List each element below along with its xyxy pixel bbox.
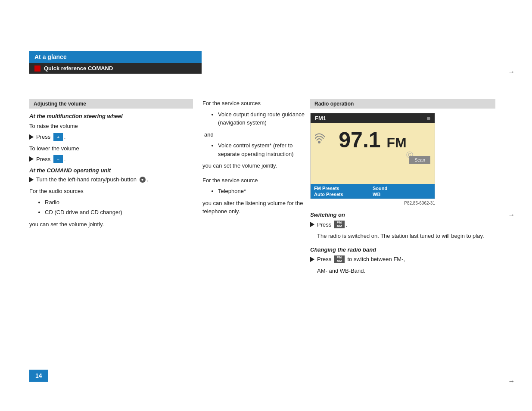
press-minus-period: . (64, 156, 66, 162)
right-column: Radio operation FM1 97.1 FM (310, 99, 495, 280)
audio-jointly-text: you can set the volume jointly. (29, 220, 193, 229)
header-section: At a glance Quick reference COMAND (29, 51, 202, 74)
radio-operation-header: Radio operation (310, 99, 495, 109)
comand-title: At the COMAND operating unit (29, 167, 193, 174)
arrow-bottom: ← (508, 377, 515, 385)
at-a-glance-header: At a glance (29, 51, 202, 63)
lower-volume-text: To lower the volume (29, 144, 193, 153)
fmam-button-1: FMAM (334, 221, 345, 228)
auto-presets-label: Auto Presets (314, 192, 373, 197)
svg-point-0 (318, 141, 320, 143)
switching-on-section: Switching on Press FMAM . The radio is s… (310, 212, 495, 240)
fm1-label: FM1 (315, 115, 326, 121)
left-column: Adjusting the volume At the multifunctio… (29, 99, 193, 231)
plus-button: + (53, 133, 63, 141)
switching-on-instruction: Press FMAM . (310, 221, 495, 228)
multifunction-title: At the multifunction steering wheel (29, 113, 193, 119)
voice-control-item: Voice control system* (refer to separate… (218, 141, 314, 158)
arrow-top: ← (508, 68, 515, 76)
arrow-bullet-5 (310, 257, 314, 262)
telephone-item: Telephone* (218, 187, 314, 196)
arrow-bullet (29, 134, 34, 140)
changing-band-instruction: Press FMAM to switch between FM-, (310, 255, 495, 263)
changing-band-title: Changing the radio band (310, 246, 495, 253)
press-minus-label: Press (36, 156, 52, 162)
image-caption: P82.85-6062-31 (310, 201, 435, 206)
changing-band-section: Changing the radio band Press FMAM to sw… (310, 246, 495, 275)
subsection-multifunction: At the multifunction steering wheel To r… (29, 113, 193, 163)
audio-sources-intro: For the audio sources (29, 187, 193, 196)
switching-on-desc: The radio is switched on. The station la… (317, 232, 495, 240)
circle-button: ● (140, 177, 146, 183)
page-number: 14 (29, 370, 48, 382)
radio-display: FM1 97.1 FM ⓒ Scan (310, 113, 435, 199)
arrow-bullet-2 (29, 156, 34, 162)
press-plus-label: Press (36, 134, 52, 140)
changing-band-desc: AM- and WB-Band. (317, 267, 495, 275)
arrow-bullet-4 (310, 222, 314, 227)
radio-item: Radio (45, 198, 193, 207)
subsection-comand: At the COMAND operating unit Turn the th… (29, 167, 193, 183)
middle-column: For the service sources Voice output dur… (202, 99, 314, 218)
press-plus-period: . (64, 134, 66, 140)
cd-item: CD (CD drive and CD changer) (45, 208, 193, 217)
lower-volume-instruction: Press – . (29, 155, 193, 163)
to-switch-text: to switch between FM-, (346, 256, 405, 262)
wb-label: WB (373, 192, 431, 197)
jointly-text: you can set the volume jointly. (202, 162, 314, 170)
minus-button: – (53, 155, 63, 163)
turn-text: Turn the the left-hand rotary/push-butto… (36, 176, 138, 183)
freq-unit: FM (387, 135, 407, 150)
service-sources-intro: For the service sources (202, 99, 314, 108)
sound-label: Sound (373, 186, 431, 191)
display-dot (427, 117, 430, 120)
switching-on-title: Switching on (310, 212, 495, 218)
adjusting-volume-header: Adjusting the volume (29, 99, 193, 109)
press-fmam-2-label: Press (317, 256, 333, 262)
audio-sources-section: For the audio sources Radio CD (CD drive… (29, 187, 193, 228)
quick-reference-header: Quick reference COMAND (29, 63, 202, 74)
radio-footer: FM Presets Sound Auto Presets WB (311, 184, 435, 199)
arrow-bullet-3 (29, 177, 34, 182)
service-source-intro: For the service source (202, 176, 314, 185)
scan-button: Scan (409, 156, 430, 164)
period-3: . (147, 176, 149, 183)
raise-volume-instruction: Press + . (29, 133, 193, 141)
press-fmam-label: Press (317, 221, 333, 228)
press-fmam-period: . (346, 221, 348, 228)
arrow-middle: ← (508, 211, 515, 219)
turn-rotary-instruction: Turn the the left-hand rotary/push-butto… (29, 176, 193, 183)
signal-icon (315, 130, 331, 148)
and-text: and (204, 131, 314, 139)
fmam-button-2: FMAM (334, 255, 345, 263)
raise-volume-text: To raise the volume (29, 122, 193, 131)
telephone-outro: you can alter the listening volume for t… (202, 199, 314, 216)
frequency-display: 97.1 FM (315, 129, 430, 151)
fm-presets-label: FM Presets (314, 186, 373, 191)
freq-number: 97.1 (339, 128, 380, 152)
voice-output-item: Voice output during route guidance (navi… (218, 110, 314, 127)
